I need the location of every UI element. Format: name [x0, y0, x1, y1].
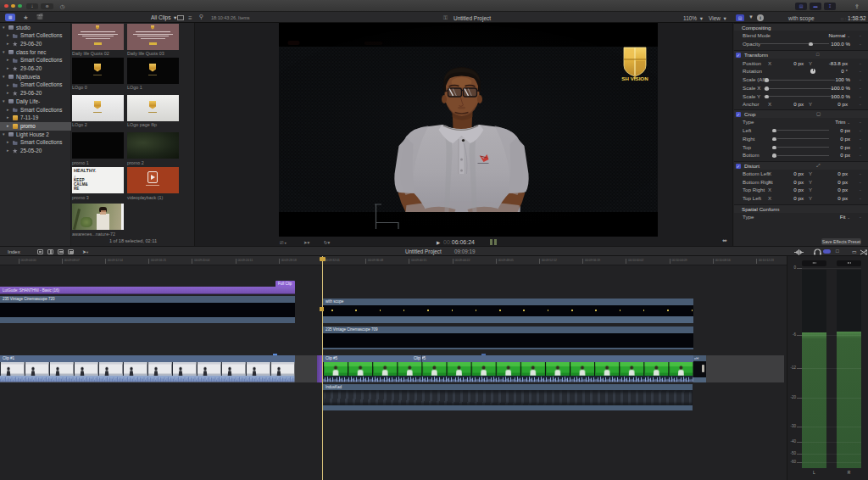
svg-text:SH VISION: SH VISION [621, 75, 648, 81]
